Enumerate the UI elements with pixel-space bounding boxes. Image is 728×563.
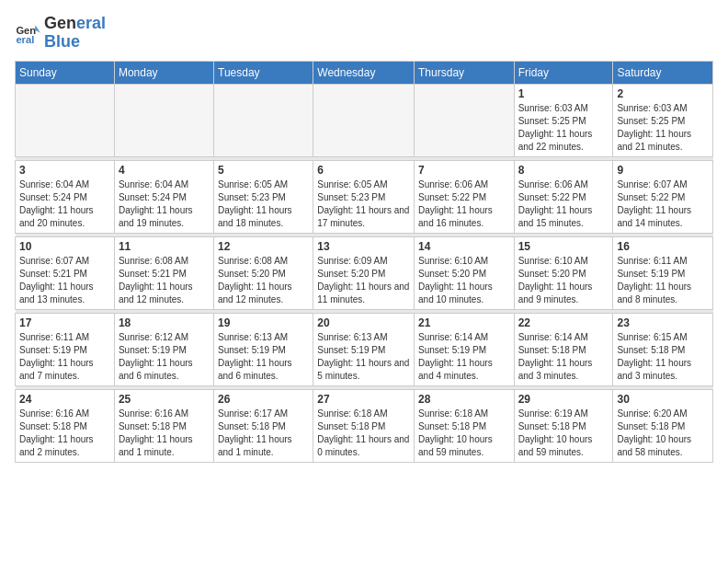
weekday-header-saturday: Saturday [613, 61, 713, 84]
day-number: 29 [518, 393, 609, 406]
logo-icon: Gen eral [15, 20, 40, 46]
day-info: Sunrise: 6:08 AM Sunset: 5:20 PM Dayligh… [218, 255, 309, 306]
day-info: Sunrise: 6:13 AM Sunset: 5:19 PM Dayligh… [317, 331, 410, 383]
week-row-1: 1Sunrise: 6:03 AM Sunset: 5:25 PM Daylig… [16, 84, 713, 156]
page-header: Gen eral General Blue [15, 15, 713, 52]
day-cell [313, 84, 415, 156]
day-info: Sunrise: 6:03 AM Sunset: 5:25 PM Dayligh… [518, 102, 609, 154]
day-number: 23 [617, 316, 709, 329]
day-info: Sunrise: 6:11 AM Sunset: 5:19 PM Dayligh… [19, 331, 110, 383]
day-info: Sunrise: 6:12 AM Sunset: 5:19 PM Dayligh… [119, 331, 210, 383]
day-info: Sunrise: 6:03 AM Sunset: 5:25 PM Dayligh… [617, 102, 709, 154]
day-cell: 17Sunrise: 6:11 AM Sunset: 5:19 PM Dayli… [16, 313, 115, 385]
day-number: 15 [518, 240, 609, 253]
weekday-header-sunday: Sunday [16, 61, 115, 84]
day-info: Sunrise: 6:05 AM Sunset: 5:23 PM Dayligh… [218, 178, 309, 230]
svg-text:eral: eral [16, 34, 34, 45]
day-info: Sunrise: 6:04 AM Sunset: 5:24 PM Dayligh… [119, 178, 210, 230]
day-info: Sunrise: 6:14 AM Sunset: 5:18 PM Dayligh… [518, 331, 609, 383]
day-info: Sunrise: 6:10 AM Sunset: 5:20 PM Dayligh… [418, 255, 510, 306]
day-cell: 11Sunrise: 6:08 AM Sunset: 5:21 PM Dayli… [114, 236, 213, 309]
day-cell: 13Sunrise: 6:09 AM Sunset: 5:20 PM Dayli… [313, 236, 415, 309]
day-number: 13 [317, 240, 410, 253]
day-info: Sunrise: 6:06 AM Sunset: 5:22 PM Dayligh… [518, 178, 609, 230]
day-number: 7 [418, 164, 510, 177]
day-number: 12 [218, 240, 309, 253]
day-number: 14 [418, 240, 510, 253]
day-cell [415, 84, 515, 156]
weekday-header-row: SundayMondayTuesdayWednesdayThursdayFrid… [16, 61, 713, 84]
day-info: Sunrise: 6:20 AM Sunset: 5:18 PM Dayligh… [617, 408, 709, 459]
day-info: Sunrise: 6:18 AM Sunset: 5:18 PM Dayligh… [317, 408, 410, 459]
day-number: 5 [218, 164, 309, 177]
day-number: 30 [617, 393, 709, 406]
logo-text: General Blue [44, 15, 106, 52]
day-info: Sunrise: 6:11 AM Sunset: 5:19 PM Dayligh… [617, 255, 709, 306]
day-info: Sunrise: 6:17 AM Sunset: 5:18 PM Dayligh… [218, 408, 309, 459]
day-cell: 10Sunrise: 6:07 AM Sunset: 5:21 PM Dayli… [16, 236, 115, 309]
day-info: Sunrise: 6:09 AM Sunset: 5:20 PM Dayligh… [317, 255, 410, 306]
day-cell: 8Sunrise: 6:06 AM Sunset: 5:22 PM Daylig… [514, 160, 613, 233]
day-info: Sunrise: 6:04 AM Sunset: 5:24 PM Dayligh… [19, 178, 110, 230]
day-cell: 1Sunrise: 6:03 AM Sunset: 5:25 PM Daylig… [514, 84, 613, 156]
day-cell [214, 84, 313, 156]
day-number: 26 [218, 393, 309, 406]
calendar: SundayMondayTuesdayWednesdayThursdayFrid… [15, 61, 713, 463]
day-cell: 23Sunrise: 6:15 AM Sunset: 5:18 PM Dayli… [613, 313, 713, 385]
day-number: 2 [617, 87, 709, 100]
day-cell: 25Sunrise: 6:16 AM Sunset: 5:18 PM Dayli… [114, 389, 213, 462]
day-number: 11 [119, 240, 210, 253]
day-cell: 29Sunrise: 6:19 AM Sunset: 5:18 PM Dayli… [514, 389, 613, 462]
day-number: 27 [317, 393, 410, 406]
day-number: 17 [19, 316, 110, 329]
day-number: 20 [317, 316, 410, 329]
day-info: Sunrise: 6:07 AM Sunset: 5:22 PM Dayligh… [617, 178, 709, 230]
day-cell: 6Sunrise: 6:05 AM Sunset: 5:23 PM Daylig… [313, 160, 415, 233]
day-number: 24 [19, 393, 110, 406]
weekday-header-friday: Friday [514, 61, 613, 84]
day-info: Sunrise: 6:14 AM Sunset: 5:19 PM Dayligh… [418, 331, 510, 383]
day-info: Sunrise: 6:05 AM Sunset: 5:23 PM Dayligh… [317, 178, 410, 230]
logo: Gen eral General Blue [15, 15, 106, 52]
day-info: Sunrise: 6:13 AM Sunset: 5:19 PM Dayligh… [218, 331, 309, 383]
day-info: Sunrise: 6:16 AM Sunset: 5:18 PM Dayligh… [19, 408, 110, 459]
day-number: 8 [518, 164, 609, 177]
weekday-header-wednesday: Wednesday [313, 61, 415, 84]
day-cell: 5Sunrise: 6:05 AM Sunset: 5:23 PM Daylig… [214, 160, 313, 233]
week-row-3: 10Sunrise: 6:07 AM Sunset: 5:21 PM Dayli… [16, 236, 713, 309]
day-cell: 16Sunrise: 6:11 AM Sunset: 5:19 PM Dayli… [613, 236, 713, 309]
day-info: Sunrise: 6:06 AM Sunset: 5:22 PM Dayligh… [418, 178, 510, 230]
day-cell: 12Sunrise: 6:08 AM Sunset: 5:20 PM Dayli… [214, 236, 313, 309]
day-cell: 20Sunrise: 6:13 AM Sunset: 5:19 PM Dayli… [313, 313, 415, 385]
weekday-header-tuesday: Tuesday [214, 61, 313, 84]
day-number: 10 [19, 240, 110, 253]
day-number: 1 [518, 87, 609, 100]
day-cell: 4Sunrise: 6:04 AM Sunset: 5:24 PM Daylig… [114, 160, 213, 233]
day-cell: 21Sunrise: 6:14 AM Sunset: 5:19 PM Dayli… [415, 313, 515, 385]
day-number: 3 [19, 164, 110, 177]
day-number: 25 [119, 393, 210, 406]
day-number: 22 [518, 316, 609, 329]
day-number: 4 [119, 164, 210, 177]
day-cell: 30Sunrise: 6:20 AM Sunset: 5:18 PM Dayli… [613, 389, 713, 462]
day-info: Sunrise: 6:08 AM Sunset: 5:21 PM Dayligh… [119, 255, 210, 306]
day-number: 6 [317, 164, 410, 177]
day-cell: 15Sunrise: 6:10 AM Sunset: 5:20 PM Dayli… [514, 236, 613, 309]
day-cell: 2Sunrise: 6:03 AM Sunset: 5:25 PM Daylig… [613, 84, 713, 156]
day-number: 21 [418, 316, 510, 329]
day-number: 19 [218, 316, 309, 329]
day-number: 9 [617, 164, 709, 177]
day-cell [114, 84, 213, 156]
day-info: Sunrise: 6:15 AM Sunset: 5:18 PM Dayligh… [617, 331, 709, 383]
week-row-2: 3Sunrise: 6:04 AM Sunset: 5:24 PM Daylig… [16, 160, 713, 233]
day-number: 28 [418, 393, 510, 406]
week-row-5: 24Sunrise: 6:16 AM Sunset: 5:18 PM Dayli… [16, 389, 713, 462]
day-info: Sunrise: 6:10 AM Sunset: 5:20 PM Dayligh… [518, 255, 609, 306]
weekday-header-thursday: Thursday [415, 61, 515, 84]
day-cell: 18Sunrise: 6:12 AM Sunset: 5:19 PM Dayli… [114, 313, 213, 385]
day-cell: 14Sunrise: 6:10 AM Sunset: 5:20 PM Dayli… [415, 236, 515, 309]
day-cell [16, 84, 115, 156]
day-cell: 28Sunrise: 6:18 AM Sunset: 5:18 PM Dayli… [415, 389, 515, 462]
week-row-4: 17Sunrise: 6:11 AM Sunset: 5:19 PM Dayli… [16, 313, 713, 385]
day-cell: 19Sunrise: 6:13 AM Sunset: 5:19 PM Dayli… [214, 313, 313, 385]
